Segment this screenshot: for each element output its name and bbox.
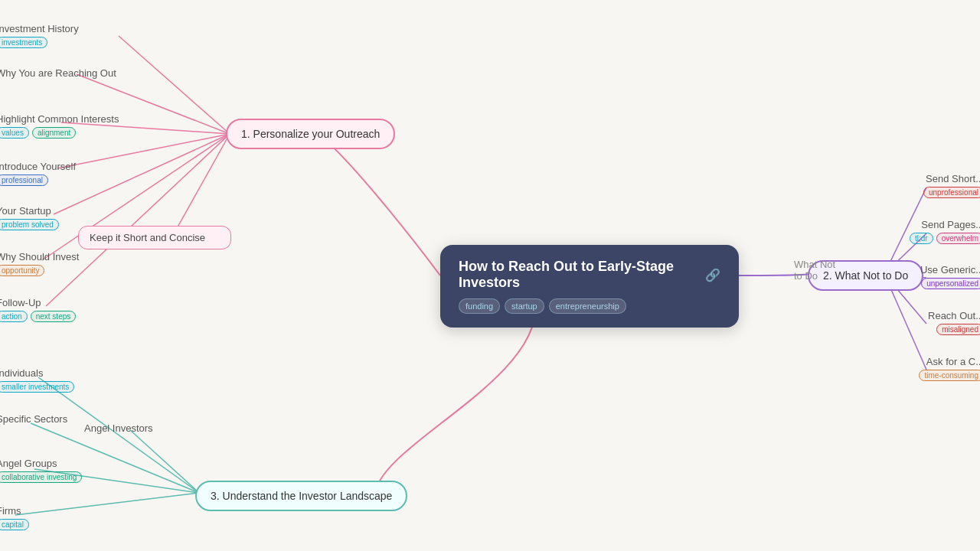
mindmap-canvas: How to Reach Out to Early-Stage Investor… [0,0,980,551]
branch-whatnot-label: 2. What Not to Do [823,269,908,282]
tag-entrepreneurship: entrepreneurship [549,298,626,314]
branch-understand[interactable]: 3. Understand the Investor Landscape [195,481,407,511]
partial-individuals: Individuals smaller investments [0,367,74,393]
branch-personalize[interactable]: 1. Personalize your Outreach [226,119,395,149]
partial-angel-investors: Angel Investors [84,422,153,434]
partial-firms: Firms capital [0,505,29,530]
partial-introduce: Introduce Yourself professional [0,161,76,186]
svg-line-4 [54,134,230,214]
link-icon: 🔗 [705,268,720,282]
tag-startup: startup [505,298,544,314]
partial-use-generic: Use Generic... unpersonalized [920,264,980,289]
partial-angel-groups: Angel Groups collaborative investing [0,458,82,483]
central-title-text: How to Reach Out to Early-Stage Investor… [459,259,699,291]
branch-personalize-label: 1. Personalize your Outreach [241,128,380,140]
partial-common-interests: Highlight Common Interests values alignm… [0,113,119,139]
central-node[interactable]: How to Reach Out to Early-Stage Investor… [440,245,739,328]
partial-specific-sectors: Specific Sectors [0,413,67,425]
central-title: How to Reach Out to Early-Stage Investor… [459,259,720,291]
svg-line-17 [15,493,199,515]
svg-line-6 [46,134,230,306]
partial-followup: Follow-Up action next steps [0,297,76,322]
leaf-keep-short-label: Keep it Short and Concise [90,232,220,243]
partial-send-pages: Send Pages... tl;dr overwhelm [910,219,980,244]
partial-ask-call: Ask for a C... time-consuming [919,356,980,381]
partial-should-invest: Why Should Invest opportunity [0,251,79,276]
partial-reach-out: Reach Out... misaligned [928,310,980,335]
branch-understand-label: 3. Understand the Investor Landscape [211,490,392,502]
whatnot-label-extra: What Notto Do [794,259,835,282]
svg-line-0 [119,36,230,134]
svg-line-3 [57,134,230,168]
partial-startup: Your Startup problem solved [0,205,59,230]
partial-investment-history: Investment History investments [0,23,79,48]
tag-funding: funding [459,298,500,314]
partial-why-reaching: Why You are Reaching Out [0,67,116,79]
leaf-keep-short[interactable]: Keep it Short and Concise [78,226,231,249]
svg-line-15 [130,430,199,493]
central-tags: funding startup entrepreneurship [459,298,720,314]
partial-send-short: Send Short... unprofessional [923,173,980,198]
